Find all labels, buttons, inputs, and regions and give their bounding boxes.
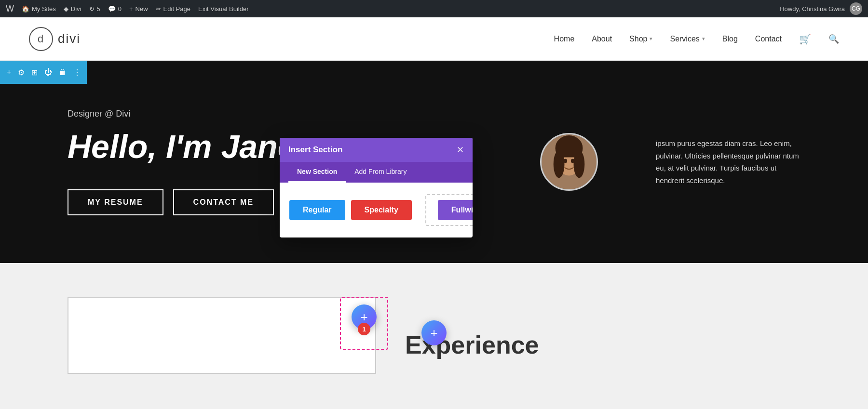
services-chevron-icon: ▾ [702,36,705,42]
experience-add-button[interactable]: + [421,320,447,345]
modal-header: Insert Section ✕ [280,138,473,162]
edit-page-link[interactable]: ✏ Edit Page [156,5,190,13]
section-toolbar: + ⚙ ⊞ ⏻ 🗑 ⋮ [0,61,87,84]
svg-point-6 [564,159,568,163]
nav-about[interactable]: About [592,35,612,43]
modal-tabs: New Section Add From Library [280,162,473,183]
settings-btn[interactable]: ⚙ [18,68,25,77]
new-link[interactable]: + New [129,5,148,13]
resume-button[interactable]: MY RESUME [68,189,163,215]
insert-section-modal[interactable]: Insert Section ✕ New Section Add From Li… [280,138,473,237]
modal-body: Regular Specialty Fullwidth 2 [280,183,473,237]
nav-shop[interactable]: Shop ▾ [629,35,652,43]
wp-icon: W [6,4,14,14]
divi-link[interactable]: ◆ Divi [64,5,81,13]
cart-icon[interactable]: 🛒 [799,33,811,45]
site-header: D divi Home About Shop ▾ Services ▾ Blog… [0,17,868,61]
logo-circle: D [29,27,53,51]
wp-logo[interactable]: W [6,4,14,14]
fullwidth-btn-wrapper: Fullwidth 2 [425,194,473,226]
logo-text: divi [58,31,81,46]
tab-new-section[interactable]: New Section [288,162,346,183]
add-section-btn[interactable]: + [7,68,11,77]
experience-section: Experience + [0,263,868,403]
regular-section-button[interactable]: Regular [289,200,345,220]
modal-title: Insert Section [288,145,342,155]
site-nav: Home About Shop ▾ Services ▾ Blog Contac… [554,33,839,45]
my-sites-link[interactable]: 🏠 My Sites [22,5,56,13]
admin-bar-right: Howdy, Christina Gwira CG [780,2,862,15]
svg-rect-5 [556,144,582,158]
hero-subtitle: Designer @ Divi [68,109,502,119]
my-sites-icon: 🏠 [22,5,29,13]
howdy-text: Howdy, Christina Gwira [780,5,845,13]
user-avatar[interactable]: CG [850,2,862,15]
exit-builder-link[interactable]: Exit Visual Builder [198,5,249,13]
hero-avatar-area [540,133,598,191]
more-btn[interactable]: ⋮ [73,68,81,77]
hero-body-text: ipsum purus egestas diam cras. Leo enim,… [637,137,800,186]
layout-btn[interactable]: ⊞ [31,68,38,77]
divi-icon: ◆ [64,5,68,13]
pencil-icon: ✏ [156,5,161,13]
shop-chevron-icon: ▾ [650,36,652,42]
search-icon[interactable]: 🔍 [828,34,839,44]
svg-point-7 [571,159,575,163]
hero-section: + ⚙ ⊞ ⏻ 🗑 ⋮ Designer @ Divi Hello, I'm J… [0,61,868,263]
tab-add-from-library[interactable]: Add From Library [346,162,415,183]
modal-close-button[interactable]: ✕ [457,145,464,155]
admin-bar: W 🏠 My Sites ◆ Divi ↻ 5 💬 0 + New ✏ Edit… [0,0,868,17]
specialty-section-button[interactable]: Specialty [351,200,412,220]
experience-box [68,297,376,374]
trash-btn[interactable]: 🗑 [59,68,67,77]
nav-services[interactable]: Services ▾ [670,35,705,43]
hero-avatar [540,133,598,191]
site-logo[interactable]: D divi [29,27,81,51]
nav-home[interactable]: Home [554,35,575,43]
fullwidth-section-button[interactable]: Fullwidth [438,200,473,220]
nav-contact[interactable]: Contact [755,35,782,43]
comments-icon: 💬 [108,5,116,13]
plus-icon: + [129,5,133,13]
power-btn[interactable]: ⏻ [44,68,52,77]
contact-button[interactable]: CONTACT ME [173,189,274,215]
comments-link[interactable]: 💬 0 [108,5,122,13]
updates-icon: ↻ [89,5,95,13]
nav-blog[interactable]: Blog [722,35,738,43]
updates-link[interactable]: ↻ 5 [89,5,100,13]
